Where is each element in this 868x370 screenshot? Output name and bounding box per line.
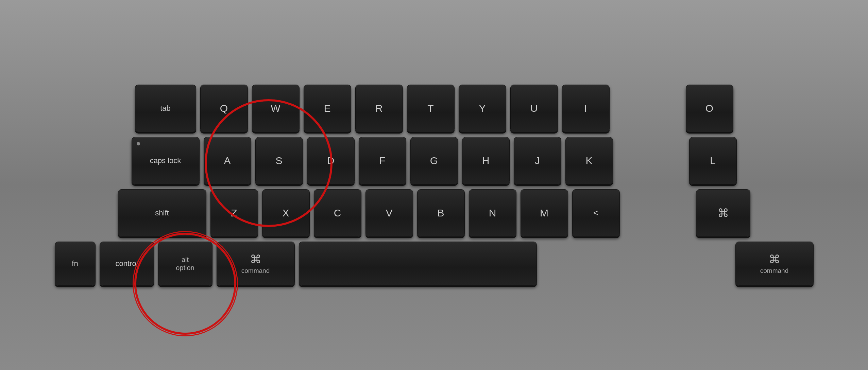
key-y[interactable]: Y [459,85,506,132]
caps-lock-indicator [137,142,140,145]
key-c[interactable]: C [314,189,361,237]
key-t[interactable]: T [407,85,455,132]
key-e[interactable]: E [304,85,351,132]
key-j[interactable]: J [514,137,561,184]
key-f[interactable]: F [359,137,406,184]
key-g[interactable]: G [410,137,458,184]
key-space[interactable] [299,242,537,286]
key-b[interactable]: B [417,189,465,237]
key-m[interactable]: M [521,189,568,237]
key-row-4: fn control alt option ⌘ command ⌘ comman… [55,242,814,286]
key-u[interactable]: U [510,85,558,132]
key-control[interactable]: control [100,242,154,286]
key-l[interactable]: L [689,137,737,184]
key-d[interactable]: D [307,137,355,184]
key-s[interactable]: S [255,137,303,184]
key-q[interactable]: Q [200,85,248,132]
key-command-left[interactable]: ⌘ command [217,242,295,286]
key-a[interactable]: A [204,137,251,184]
key-i[interactable]: I [562,85,610,132]
key-z[interactable]: Z [210,189,258,237]
key-comma[interactable]: < [572,189,620,237]
key-tab[interactable]: tab [135,85,196,132]
key-fn[interactable]: fn [55,242,96,286]
key-option[interactable]: alt option [158,242,212,286]
key-row-1: tab Q W E R T Y U I O [135,85,733,132]
key-h[interactable]: H [462,137,510,184]
key-w[interactable]: W [252,85,300,132]
key-x[interactable]: X [262,189,310,237]
key-shift[interactable]: shift [118,189,206,237]
keyboard-background: tab Q W E R T Y U I O [0,0,868,370]
key-n[interactable]: N [469,189,516,237]
key-r[interactable]: R [355,85,403,132]
key-o[interactable]: O [686,85,733,132]
key-k[interactable]: K [565,137,613,184]
key-v[interactable]: V [365,189,413,237]
key-row-3: shift Z X C V B N M < ⌘ [118,189,750,237]
key-capslock[interactable]: caps lock [132,137,200,184]
key-command-right[interactable]: ⌘ command [735,242,814,286]
key-row-2: caps lock A S D F G H J K L [132,137,737,184]
key-command-right-top[interactable]: ⌘ [696,189,750,237]
